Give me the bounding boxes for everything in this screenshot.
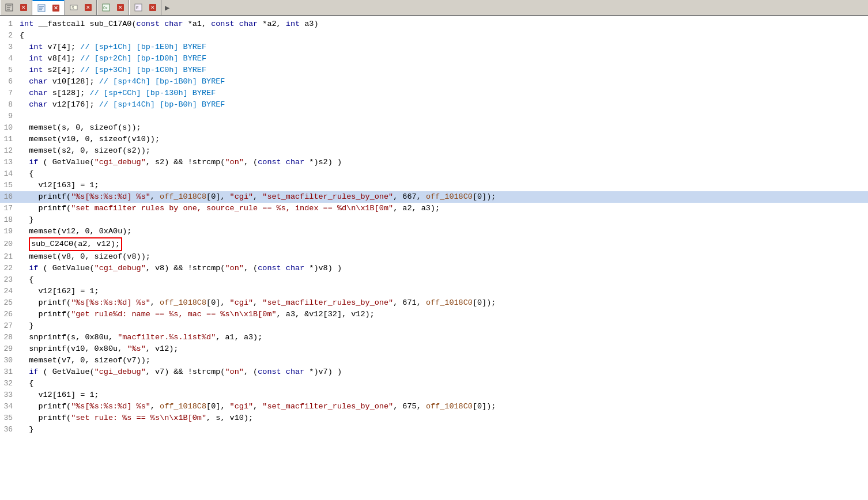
line-num-18: 18 bbox=[0, 214, 17, 226]
code-line-6: 6 char v10[128]; // [sp+4Ch] [bp-1B0h] B… bbox=[0, 76, 868, 88]
line-num-31: 31 bbox=[0, 366, 17, 378]
code-line-27: 27 } bbox=[0, 320, 868, 332]
code-line-35: 35 printf("set rule: %s == %s\n\x1B[0m",… bbox=[0, 412, 868, 424]
code-line-31: 31 if ( GetValue("cgi_debug", v7) && !st… bbox=[0, 366, 868, 378]
code-content-4: int v8[4]; // [sp+2Ch] [bp-1D0h] BYREF bbox=[17, 53, 868, 65]
line-num-5: 5 bbox=[0, 65, 17, 76]
code-content-9 bbox=[17, 111, 868, 122]
line-num-15: 15 bbox=[0, 180, 17, 191]
code-content-34: printf("%s[%s:%s:%d] %s", off_1018C8[0],… bbox=[17, 401, 868, 412]
code-content-12: memset(s2, 0, sizeof(s2)); bbox=[17, 145, 868, 157]
tab-strings[interactable]: S ✕ bbox=[65, 0, 97, 15]
svg-text:E: E bbox=[136, 6, 139, 10]
code-line-32: 32 { bbox=[0, 378, 868, 389]
code-line-34: 34 printf("%s[%s:%s:%d] %s", off_1018C8[… bbox=[0, 401, 868, 412]
line-num-32: 32 bbox=[0, 378, 17, 389]
enums-icon: E bbox=[134, 3, 142, 12]
code-line-8: 8 char v12[176]; // [sp+14Ch] [bp-B0h] B… bbox=[0, 99, 868, 111]
tab-pseudocode[interactable]: ✕ bbox=[32, 0, 65, 15]
tab-strings-close[interactable]: ✕ bbox=[85, 4, 92, 11]
code-line-3: 3 int v7[4]; // [sp+1Ch] [bp-1E0h] BYREF bbox=[0, 41, 868, 53]
code-line-33: 33 v12[161] = 1; bbox=[0, 389, 868, 401]
code-content-21: memset(v8, 0, sizeof(v8)); bbox=[17, 251, 868, 263]
line-num-16: 16 bbox=[0, 191, 17, 203]
code-content-2: { bbox=[17, 30, 868, 41]
code-line-4: 4 int v8[4]; // [sp+2Ch] [bp-1D0h] BYREF bbox=[0, 53, 868, 65]
line-num-2: 2 bbox=[0, 30, 17, 41]
code-line-9: 9 bbox=[0, 111, 868, 122]
code-line-2: 2 { bbox=[0, 30, 868, 41]
line-num-35: 35 bbox=[0, 412, 17, 424]
code-content-10: memset(s, 0, sizeof(s)); bbox=[17, 122, 868, 134]
svg-text:0x: 0x bbox=[103, 6, 108, 10]
code-content-29: snprintf(v10, 0x80u, "%s", v12); bbox=[17, 343, 868, 355]
tab-ida-view-close[interactable]: ✕ bbox=[20, 4, 27, 11]
code-line-36: 36 } bbox=[0, 424, 868, 435]
code-content-35: printf("set rule: %s == %s\n\x1B[0m", s,… bbox=[17, 412, 868, 424]
line-num-4: 4 bbox=[0, 53, 17, 65]
code-line-23: 23 { bbox=[0, 274, 868, 286]
code-content-25: printf("%s[%s:%s:%d] %s", off_1018C8[0],… bbox=[17, 297, 868, 309]
code-content-15: v12[163] = 1; bbox=[17, 180, 868, 191]
pseudocode-icon bbox=[37, 4, 46, 12]
code-content-18: } bbox=[17, 214, 868, 226]
tab-pseudocode-close[interactable]: ✕ bbox=[52, 5, 59, 12]
code-content-3: int v7[4]; // [sp+1Ch] [bp-1E0h] BYREF bbox=[17, 41, 868, 53]
tab-bar: ✕ ✕ S ✕ 0x bbox=[0, 0, 868, 16]
code-line-24: 24 v12[162] = 1; bbox=[0, 286, 868, 297]
line-num-12: 12 bbox=[0, 145, 17, 157]
line-num-30: 30 bbox=[0, 355, 17, 366]
line-num-7: 7 bbox=[0, 88, 17, 99]
code-content-5: int s2[4]; // [sp+3Ch] [bp-1C0h] BYREF bbox=[17, 65, 868, 76]
strings-icon: S bbox=[70, 3, 78, 12]
code-area[interactable]: 1 int __fastcall sub_C17A0(const char *a… bbox=[0, 16, 868, 500]
code-line-21: 21 memset(v8, 0, sizeof(v8)); bbox=[0, 251, 868, 263]
code-line-20: 20 sub_C24C0(a2, v12); bbox=[0, 237, 868, 251]
code-content-8: char v12[176]; // [sp+14Ch] [bp-B0h] BYR… bbox=[17, 99, 868, 111]
tab-hex-view[interactable]: 0x ✕ bbox=[97, 0, 129, 15]
line-num-17: 17 bbox=[0, 203, 17, 214]
code-line-14: 14 { bbox=[0, 168, 868, 180]
red-box-highlight: sub_C24C0(a2, v12); bbox=[29, 237, 122, 251]
code-content-19: memset(v12, 0, 0xA0u); bbox=[17, 226, 868, 237]
line-num-8: 8 bbox=[0, 99, 17, 111]
code-line-29: 29 snprintf(v10, 0x80u, "%s", v12); bbox=[0, 343, 868, 355]
code-line-25: 25 printf("%s[%s:%s:%d] %s", off_1018C8[… bbox=[0, 297, 868, 309]
code-content-32: { bbox=[17, 378, 868, 389]
code-line-26: 26 printf("get rule%d: name == %s, mac =… bbox=[0, 309, 868, 320]
code-line-7: 7 char s[128]; // [sp+CCh] [bp-130h] BYR… bbox=[0, 88, 868, 99]
line-num-3: 3 bbox=[0, 41, 17, 53]
line-num-6: 6 bbox=[0, 76, 17, 88]
tab-enums-close[interactable]: ✕ bbox=[149, 4, 156, 11]
code-content-27: } bbox=[17, 320, 868, 332]
code-line-12: 12 memset(s2, 0, sizeof(s2)); bbox=[0, 145, 868, 157]
line-num-22: 22 bbox=[0, 263, 17, 274]
line-num-36: 36 bbox=[0, 424, 17, 435]
line-num-34: 34 bbox=[0, 401, 17, 412]
code-content-20: sub_C24C0(a2, v12); bbox=[17, 237, 868, 251]
code-line-5: 5 int s2[4]; // [sp+3Ch] [bp-1C0h] BYREF bbox=[0, 65, 868, 76]
tab-ida-view[interactable]: ✕ bbox=[0, 0, 32, 15]
code-line-28: 28 snprintf(s, 0x80u, "macfilter.%s.list… bbox=[0, 332, 868, 343]
line-num-20: 20 bbox=[0, 238, 17, 250]
line-num-13: 13 bbox=[0, 157, 17, 168]
code-content-28: snprintf(s, 0x80u, "macfilter.%s.list%d"… bbox=[17, 332, 868, 343]
code-content-23: { bbox=[17, 274, 868, 286]
tab-hex-view-close[interactable]: ✕ bbox=[117, 4, 124, 11]
line-num-21: 21 bbox=[0, 251, 17, 263]
code-content-17: printf("set macfilter rules by one, sour… bbox=[17, 203, 868, 214]
tab-add-button[interactable]: ▶ bbox=[161, 0, 173, 15]
code-line-16: 16 printf("%s[%s:%s:%d] %s", off_1018C8[… bbox=[0, 191, 868, 203]
code-content-13: if ( GetValue("cgi_debug", s2) && !strcm… bbox=[17, 157, 868, 168]
svg-text:S: S bbox=[71, 6, 74, 10]
line-num-10: 10 bbox=[0, 122, 17, 134]
code-line-22: 22 if ( GetValue("cgi_debug", v8) && !st… bbox=[0, 263, 868, 274]
line-num-25: 25 bbox=[0, 297, 17, 309]
code-content-26: printf("get rule%d: name == %s, mac == %… bbox=[17, 309, 868, 320]
tab-enums[interactable]: E ✕ bbox=[129, 0, 161, 15]
code-content-36: } bbox=[17, 424, 868, 435]
line-num-23: 23 bbox=[0, 274, 17, 286]
hex-view-icon: 0x bbox=[102, 3, 110, 12]
code-content-1: int __fastcall sub_C17A0(const char *a1,… bbox=[17, 18, 868, 30]
code-content-30: memset(v7, 0, sizeof(v7)); bbox=[17, 355, 868, 366]
